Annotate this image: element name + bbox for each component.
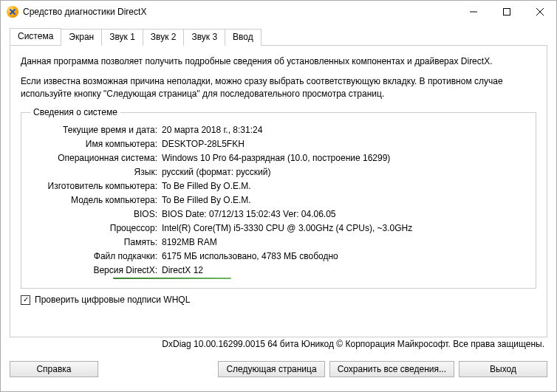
row-computer: Имя компьютера: DESKTOP-28L5FKH xyxy=(30,137,527,151)
label-datetime: Текущие время и дата: xyxy=(30,123,162,137)
window-title: Средство диагностики DirectX xyxy=(23,7,457,17)
exit-button[interactable]: Выход xyxy=(459,361,547,377)
save-all-button[interactable]: Сохранить все сведения... xyxy=(329,361,454,377)
system-info-legend: Сведения о системе xyxy=(30,107,120,117)
label-directx: Версия DirectX: xyxy=(30,264,162,278)
footer-note: DxDiag 10.00.16299.0015 64 бита Юникод ©… xyxy=(10,337,547,354)
tab-sound2[interactable]: Звук 2 xyxy=(143,29,185,46)
svg-rect-1 xyxy=(503,9,510,16)
label-model: Модель компьютера: xyxy=(30,193,162,207)
label-manufacturer: Изготовитель компьютера: xyxy=(30,179,162,193)
value-ram: 8192MB RAM xyxy=(162,235,527,250)
tab-input[interactable]: Ввод xyxy=(225,29,262,46)
dxdiag-icon xyxy=(7,6,18,18)
value-model: To Be Filled By O.E.M. xyxy=(162,193,527,207)
row-datetime: Текущие время и дата: 20 марта 2018 г., … xyxy=(30,123,527,137)
row-os: Операционная система: Windows 10 Pro 64-… xyxy=(30,151,527,165)
label-lang: Язык: xyxy=(30,165,162,179)
value-directx: DirectX 12 xyxy=(162,264,527,278)
intro-text: Данная программа позволяет получить подр… xyxy=(21,55,536,100)
row-manufacturer: Изготовитель компьютера: To Be Filled By… xyxy=(30,179,527,193)
label-computer: Имя компьютера: xyxy=(30,137,162,151)
label-bios: BIOS: xyxy=(30,207,162,221)
whql-checkbox[interactable]: ✓ xyxy=(21,295,30,305)
row-pagefile: Файл подкачки: 6175 МБ использовано, 478… xyxy=(30,250,527,264)
tab-sound3[interactable]: Звук 3 xyxy=(183,29,225,46)
tab-screen[interactable]: Экран xyxy=(61,29,102,46)
button-bar: Справка Следующая страница Сохранить все… xyxy=(1,361,556,385)
close-button[interactable] xyxy=(523,1,556,23)
value-lang: русский (формат: русский) xyxy=(162,165,527,179)
intro-paragraph-2: Если известна возможная причина неполадк… xyxy=(21,75,536,100)
value-pagefile: 6175 МБ использовано, 4783 МБ свободно xyxy=(162,250,527,264)
label-pagefile: Файл подкачки: xyxy=(30,250,162,264)
content-area: Система Экран Звук 1 Звук 2 Звук 3 Ввод … xyxy=(1,23,556,361)
whql-checkbox-label: Проверить цифровые подписи WHQL xyxy=(35,295,190,305)
label-cpu: Процессор: xyxy=(30,221,162,235)
value-cpu: Intel(R) Core(TM) i5-3330 CPU @ 3.00GHz … xyxy=(162,221,527,235)
whql-check-row: ✓ Проверить цифровые подписи WHQL xyxy=(21,295,536,305)
tab-panel-system: Данная программа позволяет получить подр… xyxy=(10,45,547,337)
tab-system[interactable]: Система xyxy=(10,28,61,45)
value-manufacturer: To Be Filled By O.E.M. xyxy=(162,179,527,193)
label-os: Операционная система: xyxy=(30,151,162,165)
tab-strip: Система Экран Звук 1 Звук 2 Звук 3 Ввод xyxy=(10,28,547,46)
row-bios: BIOS: BIOS Date: 07/12/13 15:02:43 Ver: … xyxy=(30,207,527,221)
window-controls xyxy=(457,1,556,23)
help-button[interactable]: Справка xyxy=(10,361,98,377)
minimize-button[interactable] xyxy=(457,1,490,23)
row-model: Модель компьютера: To Be Filled By O.E.M… xyxy=(30,193,527,207)
value-datetime: 20 марта 2018 г., 8:31:24 xyxy=(162,123,527,137)
value-bios: BIOS Date: 07/12/13 15:02:43 Ver: 04.06.… xyxy=(162,207,527,221)
label-ram: Память: xyxy=(30,235,162,250)
value-os: Windows 10 Pro 64-разрядная (10.0, постр… xyxy=(162,151,527,165)
intro-paragraph-1: Данная программа позволяет получить подр… xyxy=(21,55,536,68)
value-computer: DESKTOP-28L5FKH xyxy=(162,137,527,151)
title-bar: Средство диагностики DirectX xyxy=(1,1,556,23)
maximize-button[interactable] xyxy=(490,1,523,23)
next-page-button[interactable]: Следующая страница xyxy=(218,361,324,377)
tab-sound1[interactable]: Звук 1 xyxy=(101,29,143,46)
system-info-group: Сведения о системе Текущие время и дата:… xyxy=(21,107,536,289)
row-cpu: Процессор: Intel(R) Core(TM) i5-3330 CPU… xyxy=(30,221,527,235)
row-directx-version: Версия DirectX: DirectX 12 xyxy=(30,264,527,278)
row-ram: Память: 8192MB RAM xyxy=(30,235,527,250)
row-lang: Язык: русский (формат: русский) xyxy=(30,165,527,179)
